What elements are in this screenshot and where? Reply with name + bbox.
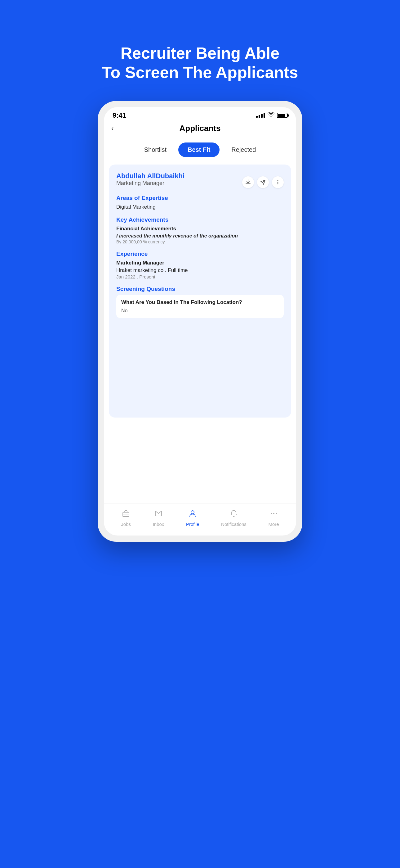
inbox-icon: [155, 509, 163, 520]
nav-item-jobs[interactable]: Jobs: [121, 509, 131, 527]
tab-shortlist[interactable]: Shortlist: [135, 143, 176, 157]
achievement-note: By 20,000,00 % currency: [116, 239, 284, 244]
tab-bar: Shortlist Best Fit Rejected: [104, 137, 296, 162]
screening-answer: No: [121, 308, 279, 314]
signal-icon: [256, 113, 265, 118]
profile-label: Profile: [186, 522, 199, 527]
areas-title: Areas of Expertise: [116, 195, 284, 202]
applicant-role: Marketing Manager: [116, 180, 185, 187]
applicant-header: Abdullah AllDubaikhi Marketing Manager: [116, 172, 284, 193]
nav-item-profile[interactable]: Profile: [186, 509, 199, 527]
back-button[interactable]: ‹: [111, 124, 113, 132]
svg-point-2: [277, 183, 278, 184]
phone-screen: 9:41: [104, 107, 296, 535]
profile-icon: [189, 509, 197, 520]
nav-item-notifications[interactable]: Notifications: [221, 509, 246, 527]
svg-point-5: [191, 511, 194, 514]
experience-company: Hraket marketing co . Full time: [116, 267, 284, 274]
svg-point-6: [271, 513, 272, 514]
applicant-actions: [242, 176, 284, 188]
screening-question: What Are You Based In The Following Loca…: [121, 299, 279, 306]
tab-rejected[interactable]: Rejected: [222, 143, 265, 157]
jobs-label: Jobs: [121, 522, 131, 527]
send-button[interactable]: [257, 176, 269, 188]
experience-job-title: Marketing Manager: [116, 260, 284, 266]
achievements-title: Key Achievements: [116, 216, 284, 223]
areas-of-expertise-section: Areas of Expertise Digital Marketing: [116, 195, 284, 210]
nav-item-more[interactable]: More: [268, 509, 279, 527]
status-bar: 9:41: [104, 107, 296, 122]
notifications-label: Notifications: [221, 522, 246, 527]
screening-questions-section: Screening Questions What Are You Based I…: [116, 286, 284, 318]
inbox-label: Inbox: [153, 522, 164, 527]
achievement-item-title: Financial Achievements: [116, 226, 284, 232]
download-button[interactable]: [242, 176, 254, 188]
more-icon: [270, 509, 278, 520]
screening-title: Screening Questions: [116, 286, 284, 292]
svg-point-1: [277, 182, 278, 183]
svg-point-0: [277, 180, 278, 181]
experience-period: Jan 2022 . Present: [116, 274, 284, 279]
status-time: 9:41: [112, 112, 126, 120]
more-options-button[interactable]: [272, 176, 284, 188]
experience-title: Experience: [116, 251, 284, 257]
experience-section: Experience Marketing Manager Hraket mark…: [116, 251, 284, 279]
achievement-desc: I increased the monthly revenue of the o…: [116, 233, 284, 239]
nav-item-inbox[interactable]: Inbox: [153, 509, 164, 527]
svg-point-8: [276, 513, 277, 514]
wifi-icon: [268, 112, 274, 119]
tab-best-fit[interactable]: Best Fit: [178, 143, 220, 157]
applicant-name: Abdullah AllDubaikhi: [116, 172, 185, 180]
svg-point-7: [273, 513, 274, 514]
key-achievements-section: Key Achievements Financial Achievements …: [116, 216, 284, 244]
more-label: More: [268, 522, 279, 527]
bottom-nav: Jobs Inbox Profile: [104, 503, 296, 535]
areas-content: Digital Marketing: [116, 204, 284, 210]
jobs-icon: [122, 509, 130, 520]
notifications-icon: [230, 509, 238, 520]
page-title: Applicants: [179, 124, 221, 133]
page-headline: Recruiter Being Able To Screen The Appli…: [102, 43, 298, 82]
phone-wrapper: 9:41: [98, 101, 302, 542]
nav-header: ‹ Applicants: [104, 122, 296, 137]
svg-rect-3: [123, 512, 129, 517]
status-icons: [256, 112, 288, 119]
applicant-card: Abdullah AllDubaikhi Marketing Manager: [109, 164, 291, 417]
battery-icon: [277, 113, 288, 118]
